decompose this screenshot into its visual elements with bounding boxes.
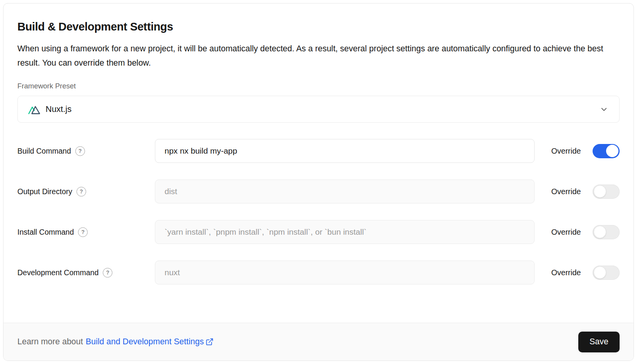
build-settings-docs-link[interactable]: Build and Development Settings	[86, 337, 214, 347]
save-button[interactable]: Save	[578, 332, 620, 352]
development-command-label: Development Command	[17, 268, 99, 277]
toggle-knob	[594, 185, 606, 198]
build-settings-card: Build & Development Settings When using …	[3, 3, 634, 361]
learn-more-text: Learn more about Build and Development S…	[17, 337, 214, 347]
override-toggle[interactable]	[593, 144, 620, 158]
settings-rows: Build Command ? Override Output Director…	[17, 139, 620, 284]
toggle-knob	[606, 145, 618, 157]
override-label: Override	[551, 268, 581, 277]
framework-preset-select[interactable]: Nuxt.js	[17, 96, 620, 123]
output-directory-label: Output Directory	[17, 187, 72, 196]
page-title: Build & Development Settings	[17, 20, 620, 33]
settings-description: When using a framework for a new project…	[17, 42, 608, 70]
card-footer: Learn more about Build and Development S…	[3, 323, 634, 361]
question-circle-icon[interactable]: ?	[76, 187, 86, 196]
install-command-row: Install Command ? Override	[17, 220, 620, 244]
install-command-input[interactable]	[155, 220, 535, 244]
override-toggle[interactable]	[593, 266, 620, 280]
output-directory-input[interactable]	[155, 179, 535, 203]
toggle-knob	[594, 266, 606, 279]
output-directory-row: Output Directory ? Override	[17, 179, 620, 203]
override-toggle[interactable]	[593, 185, 620, 199]
nuxt-logo-icon	[28, 104, 41, 115]
override-label: Override	[551, 147, 581, 156]
external-link-icon	[206, 338, 214, 346]
development-command-input[interactable]	[155, 261, 535, 284]
development-command-row: Development Command ? Override	[17, 261, 620, 284]
framework-preset-label: Framework Preset	[17, 82, 620, 90]
build-command-label: Build Command	[17, 147, 71, 156]
framework-preset-value: Nuxt.js	[46, 104, 71, 114]
question-circle-icon[interactable]: ?	[75, 146, 85, 156]
override-toggle[interactable]	[593, 225, 620, 239]
learn-more-prefix: Learn more about	[17, 337, 83, 347]
install-command-label: Install Command	[17, 228, 74, 237]
toggle-knob	[594, 226, 606, 238]
question-circle-icon[interactable]: ?	[103, 268, 112, 278]
override-label: Override	[551, 187, 581, 196]
build-command-input[interactable]	[155, 139, 535, 163]
build-command-row: Build Command ? Override	[17, 139, 620, 163]
card-main: Build & Development Settings When using …	[3, 3, 634, 323]
chevron-down-icon	[600, 105, 608, 114]
question-circle-icon[interactable]: ?	[78, 227, 88, 237]
override-label: Override	[551, 228, 581, 237]
